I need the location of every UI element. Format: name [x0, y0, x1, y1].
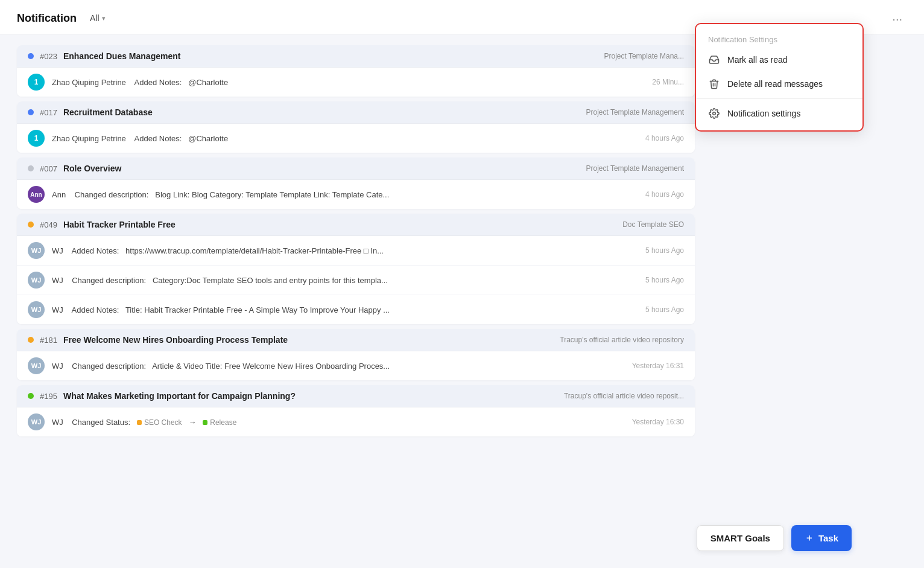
delete-all-read-item[interactable]: Delete all read messages [696, 72, 862, 96]
group-id-023: #023 [40, 52, 57, 61]
notification-settings-item[interactable]: Notification settings [696, 101, 862, 126]
add-task-button[interactable]: ＋ Task [791, 525, 852, 551]
to-status-label: Release [210, 418, 236, 427]
group-project-007: Project Template Management [586, 164, 684, 173]
group-header-left: #007 Role Overview [28, 164, 121, 173]
group-header-007: #007 Role Overview Project Template Mana… [17, 158, 695, 180]
notification-text: Ann Changed description: Blog Link: Blog… [52, 190, 628, 199]
notification-text: WJ Added Notes: Title: Habit Tracker Pri… [52, 305, 628, 314]
group-name-195: What Makes Marketing Important for Campa… [63, 391, 296, 401]
notification-row: WJ WJ Changed Status: SEO Check → Releas… [17, 407, 695, 436]
notification-time: 4 hours Ago [645, 190, 684, 199]
notification-group-023: #023 Enhanced Dues Management Project Te… [17, 45, 695, 97]
notification-row: 1 Zhao Qiuping Petrine Added Notes: @Cha… [17, 68, 695, 97]
filter-dropdown[interactable]: All ▾ [84, 11, 112, 25]
notification-time: 5 hours Ago [645, 276, 684, 284]
group-id-017: #017 [40, 108, 57, 117]
group-project-017: Project Template Management [586, 108, 684, 116]
from-status-square [137, 420, 142, 425]
group-header-195: #195 What Makes Marketing Important for … [17, 385, 695, 407]
page-title: Notification [17, 12, 77, 25]
to-status-square [203, 420, 207, 425]
status-dot-orange [28, 222, 34, 228]
notification-time: Yesterday 16:30 [632, 418, 684, 426]
notification-group-049: #049 Habit Tracker Printable Free Doc Te… [17, 214, 695, 324]
notification-row: WJ WJ Added Notes: Title: Habit Tracker … [17, 295, 695, 324]
group-header-023: #023 Enhanced Dues Management Project Te… [17, 45, 695, 68]
add-task-label: Task [818, 533, 838, 543]
group-id-195: #195 [40, 392, 57, 401]
notification-row: WJ WJ Added Notes: https://www.tracup.co… [17, 236, 695, 266]
avatar: WJ [28, 357, 45, 374]
avatar: WJ [28, 242, 45, 259]
notification-group-195: #195 What Makes Marketing Important for … [17, 385, 695, 436]
notification-text: Zhao Qiuping Petrine Added Notes: @Charl… [52, 78, 635, 87]
group-header-049: #049 Habit Tracker Printable Free Doc Te… [17, 214, 695, 236]
notification-row: 1 Zhao Qiuping Petrine Added Notes: @Cha… [17, 124, 695, 153]
smart-goals-button[interactable]: SMART Goals [697, 525, 784, 551]
status-dot-orange [28, 337, 34, 343]
chevron-down-icon: ▾ [102, 14, 106, 22]
group-header-left: #023 Enhanced Dues Management [28, 51, 180, 61]
avatar: WJ [28, 272, 45, 289]
group-id-181: #181 [40, 336, 57, 345]
trash-icon [708, 78, 720, 90]
group-name-181: Free Welcome New Hires Onboarding Proces… [63, 335, 288, 345]
group-name-023: Enhanced Dues Management [63, 51, 181, 61]
group-name-049: Habit Tracker Printable Free [63, 220, 176, 229]
filter-label: All [90, 13, 100, 23]
svg-point-0 [713, 112, 716, 115]
avatar: 1 [28, 74, 45, 91]
group-name-017: Recruitment Database [63, 107, 153, 117]
notification-settings-popup: Notification Settings Mark all as read D… [695, 23, 864, 132]
to-status-tag: Release [203, 418, 236, 427]
notification-text: WJ Changed description: Article & Video … [52, 362, 615, 371]
plus-icon: ＋ [805, 532, 814, 544]
avatar: WJ [28, 301, 45, 318]
notification-text: WJ Changed description: Category:Doc Tem… [52, 276, 628, 285]
group-project-181: Tracup's official article video reposito… [560, 336, 684, 344]
notification-row: WJ WJ Changed description: Category:Doc … [17, 266, 695, 295]
group-id-049: #049 [40, 220, 57, 229]
notification-text: Zhao Qiuping Petrine Added Notes: @Charl… [52, 134, 628, 143]
status-dot-blue [28, 109, 34, 115]
group-header-left: #017 Recruitment Database [28, 107, 153, 117]
status-dot-gray [28, 165, 34, 171]
notification-group-007: #007 Role Overview Project Template Mana… [17, 158, 695, 209]
group-header-181: #181 Free Welcome New Hires Onboarding P… [17, 329, 695, 351]
mark-all-read-label: Mark all as read [727, 55, 788, 65]
notification-row: WJ WJ Changed description: Article & Vid… [17, 351, 695, 380]
notification-row: Ann Ann Changed description: Blog Link: … [17, 180, 695, 209]
notification-settings-label: Notification settings [727, 109, 800, 118]
notification-time: 5 hours Ago [645, 246, 684, 255]
notification-group-017: #017 Recruitment Database Project Templa… [17, 101, 695, 153]
notification-time: 4 hours Ago [645, 134, 684, 142]
popup-title: Notification Settings [696, 29, 862, 48]
more-options-button[interactable]: ··· [887, 10, 907, 28]
group-header-left: #195 What Makes Marketing Important for … [28, 391, 296, 401]
avatar: WJ [28, 413, 45, 430]
group-header-left: #049 Habit Tracker Printable Free [28, 220, 176, 229]
group-header-017: #017 Recruitment Database Project Templa… [17, 101, 695, 124]
group-name-007: Role Overview [63, 164, 122, 173]
notification-time: 5 hours Ago [645, 305, 684, 314]
from-status-tag: SEO Check [137, 418, 182, 427]
popup-divider [696, 98, 862, 99]
mark-all-read-item[interactable]: Mark all as read [696, 48, 862, 72]
group-id-007: #007 [40, 164, 57, 173]
avatar: 1 [28, 130, 45, 147]
bottom-bar: SMART Goals ＋ Task [697, 525, 852, 551]
notification-group-181: #181 Free Welcome New Hires Onboarding P… [17, 329, 695, 380]
inbox-icon [708, 54, 720, 66]
group-project-023: Project Template Mana... [604, 52, 684, 60]
notifications-list: #023 Enhanced Dues Management Project Te… [0, 34, 712, 452]
from-status-label: SEO Check [144, 418, 182, 427]
group-project-195: Tracup's official article video reposit.… [564, 392, 684, 400]
notification-time: 26 Minu... [652, 78, 684, 86]
avatar: Ann [28, 186, 45, 203]
group-project-049: Doc Template SEO [622, 220, 684, 229]
notification-time: Yesterday 16:31 [632, 362, 684, 370]
notification-text: WJ Changed Status: SEO Check → Release [52, 418, 615, 427]
group-header-left: #181 Free Welcome New Hires Onboarding P… [28, 335, 288, 345]
status-dot-green [28, 393, 34, 399]
